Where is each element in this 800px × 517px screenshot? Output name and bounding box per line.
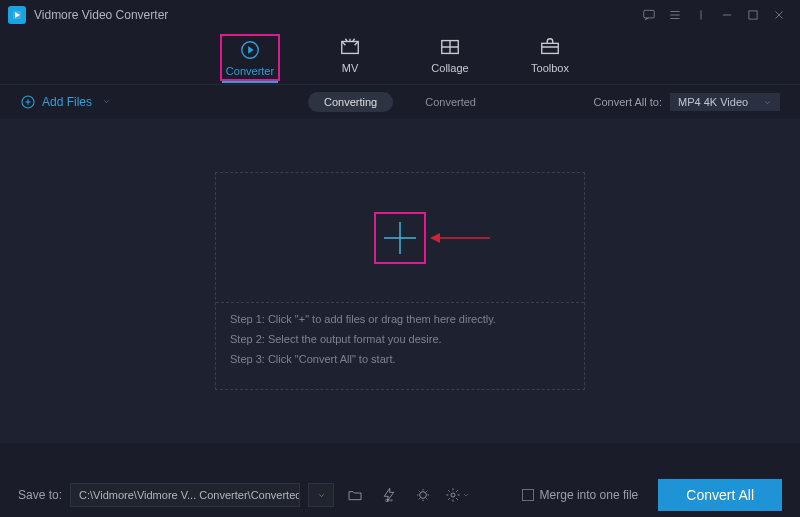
tab-mv[interactable]: MV xyxy=(320,36,380,78)
main-tabs: Converter MV Collage Toolbox xyxy=(0,30,800,85)
mv-icon xyxy=(338,36,362,58)
svg-point-10 xyxy=(451,493,455,497)
tab-toolbox[interactable]: Toolbox xyxy=(520,36,580,78)
tab-label: Toolbox xyxy=(531,62,569,74)
tab-label: Collage xyxy=(431,62,468,74)
comment-icon[interactable] xyxy=(636,2,662,28)
svg-text:OFF: OFF xyxy=(385,498,394,503)
tab-converter[interactable]: Converter xyxy=(220,34,280,81)
svg-rect-1 xyxy=(749,11,757,19)
output-path-field[interactable]: C:\Vidmore\Vidmore V... Converter\Conver… xyxy=(70,483,300,507)
maximize-button[interactable] xyxy=(740,2,766,28)
minimize-button[interactable] xyxy=(714,2,740,28)
dropzone-upper xyxy=(216,173,584,303)
segment-converted[interactable]: Converted xyxy=(409,92,492,112)
add-files-plus[interactable] xyxy=(374,212,426,264)
merge-label: Merge into one file xyxy=(540,488,639,502)
convert-all-button[interactable]: Convert All xyxy=(658,479,782,511)
convert-all-to-label: Convert All to: xyxy=(594,96,662,108)
dropzone[interactable]: Step 1: Click "+" to add files or drag t… xyxy=(215,172,585,390)
tab-collage[interactable]: Collage xyxy=(420,36,480,78)
tab-label: MV xyxy=(342,62,359,74)
toolbar: Add Files Converting Converted Convert A… xyxy=(0,85,800,119)
add-files-label: Add Files xyxy=(42,95,92,109)
app-logo xyxy=(8,6,26,24)
instruction-step2: Step 2: Select the output format you des… xyxy=(230,333,570,345)
merge-checkbox[interactable]: Merge into one file xyxy=(522,488,639,502)
instruction-step1: Step 1: Click "+" to add files or drag t… xyxy=(230,313,570,325)
instruction-step3: Step 3: Click "Convert All" to start. xyxy=(230,353,570,365)
hardware-accel-button[interactable]: OFF xyxy=(376,483,402,507)
converter-icon xyxy=(238,39,262,61)
plus-circle-icon xyxy=(20,94,36,110)
svg-rect-5 xyxy=(542,43,559,53)
bottombar: Save to: C:\Vidmore\Vidmore V... Convert… xyxy=(0,473,800,517)
task-schedule-button[interactable] xyxy=(410,483,436,507)
checkbox-icon xyxy=(522,489,534,501)
settings-button[interactable] xyxy=(444,483,470,507)
close-button[interactable] xyxy=(766,2,792,28)
svg-rect-0 xyxy=(644,10,655,18)
tab-label: Converter xyxy=(226,65,274,77)
open-folder-button[interactable] xyxy=(342,483,368,507)
add-files-button[interactable]: Add Files xyxy=(20,94,111,110)
app-title: Vidmore Video Converter xyxy=(34,8,168,22)
svg-point-9 xyxy=(420,492,427,499)
collage-icon xyxy=(438,36,462,58)
menu-icon[interactable] xyxy=(662,2,688,28)
plus-icon xyxy=(380,218,420,258)
dropzone-instructions: Step 1: Click "+" to add files or drag t… xyxy=(216,303,584,375)
divider xyxy=(688,2,714,28)
output-format-select[interactable]: MP4 4K Video xyxy=(670,93,780,111)
main-area: Step 1: Click "+" to add files or drag t… xyxy=(0,119,800,443)
output-path-dropdown[interactable] xyxy=(308,483,334,507)
save-to-label: Save to: xyxy=(18,488,62,502)
annotation-arrow xyxy=(430,231,490,245)
segment-converting[interactable]: Converting xyxy=(308,92,393,112)
chevron-down-icon xyxy=(102,95,111,109)
titlebar: Vidmore Video Converter xyxy=(0,0,800,30)
toolbox-icon xyxy=(538,36,562,58)
format-selected-value: MP4 4K Video xyxy=(678,96,748,108)
chevron-down-icon xyxy=(763,98,772,107)
